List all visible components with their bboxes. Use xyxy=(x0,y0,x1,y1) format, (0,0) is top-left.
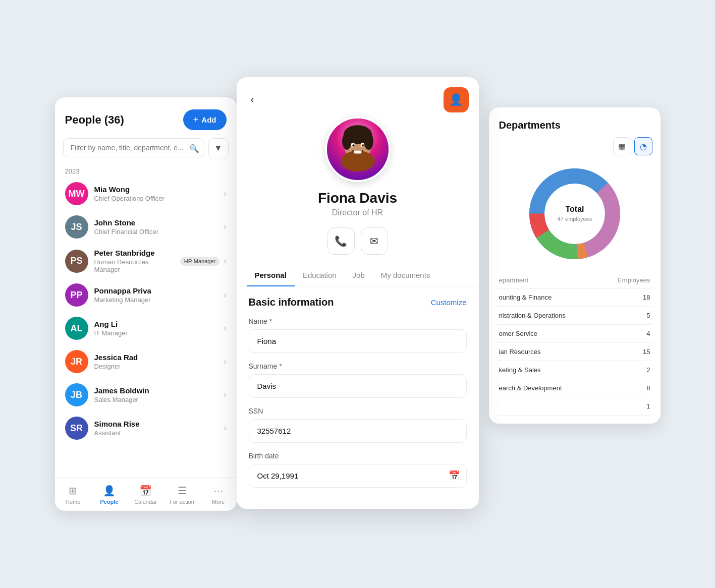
nav-label: People xyxy=(100,499,118,505)
person-name: Mia Wong xyxy=(94,185,218,194)
tab-job[interactable]: Job xyxy=(345,265,373,286)
nav-label: Calendar xyxy=(134,499,157,505)
person-name: James Boldwin xyxy=(94,386,218,395)
field-label: SSN xyxy=(249,407,467,415)
profile-panel: ‹ 👤 xyxy=(237,77,479,509)
phone-button[interactable]: 📞 xyxy=(327,227,355,255)
list-item[interactable]: JB James Boldwin Sales Manager › xyxy=(59,378,233,411)
person-row-right: › xyxy=(224,390,226,399)
chevron-right-icon: › xyxy=(224,424,226,433)
customize-link[interactable]: Customize xyxy=(431,298,467,307)
chart-toggle: ▦ ◔ xyxy=(489,137,661,159)
avatar: MW xyxy=(65,182,88,205)
list-item[interactable]: JR Jessica Rad Designer › xyxy=(59,345,233,378)
back-button[interactable]: ‹ xyxy=(247,91,258,108)
search-row: 🔍 ▼ xyxy=(55,138,237,164)
person-title: Sales Manager xyxy=(94,396,218,403)
add-button[interactable]: + Add xyxy=(183,109,227,130)
table-row: earch & Development 8 xyxy=(497,379,652,397)
table-row: keting & Sales 2 xyxy=(497,361,652,379)
list-item[interactable]: PP Ponnappa Priva Marketing Manager › xyxy=(59,278,233,312)
list-item[interactable]: MW Mia Wong Chief Operations Officer › xyxy=(59,177,233,210)
nav-label: For action xyxy=(170,499,194,505)
svg-point-9 xyxy=(352,144,355,147)
avatar: PS xyxy=(65,250,88,273)
nav-item-more[interactable]: ⋯ More xyxy=(200,483,237,507)
search-input[interactable] xyxy=(63,138,204,157)
svg-point-10 xyxy=(361,144,364,147)
filter-button[interactable]: ▼ xyxy=(208,138,229,158)
svg-text:Total: Total xyxy=(565,205,584,213)
text-input[interactable] xyxy=(249,329,467,353)
person-row-right: HR Manager › xyxy=(180,257,227,266)
person-title: Chief Financial Officer xyxy=(94,228,218,236)
field-group: SSN xyxy=(249,407,467,443)
avatar: JS xyxy=(65,215,88,239)
dept-row-name: omer Service xyxy=(499,330,538,337)
chevron-right-icon: › xyxy=(224,257,226,266)
dept-row-count: 5 xyxy=(646,312,650,319)
svg-text:47 employees: 47 employees xyxy=(557,216,592,222)
nav-icon: 📅 xyxy=(139,485,152,497)
svg-point-18 xyxy=(545,185,604,243)
person-info: Simona Rise Assistant xyxy=(94,420,218,437)
avatar: SR xyxy=(65,417,88,440)
year-label: 2023 xyxy=(55,164,237,177)
nav-item-calendar[interactable]: 📅 Calendar xyxy=(128,483,164,507)
pie-chart-button[interactable]: ◔ xyxy=(634,137,652,155)
date-input[interactable] xyxy=(249,464,467,488)
list-item[interactable]: JS John Stone Chief Financial Officer › xyxy=(59,210,233,244)
table-row: omer Service 4 xyxy=(497,325,652,343)
list-item[interactable]: SR Simona Rise Assistant › xyxy=(59,411,233,445)
dept-row-count: 2 xyxy=(646,366,650,374)
person-name: Peter Stanbridge xyxy=(94,249,174,257)
table-row: ian Resources 15 xyxy=(497,343,652,361)
nav-icon: ⊞ xyxy=(69,485,77,497)
dept-row-name: earch & Development xyxy=(499,384,562,392)
tab-personal[interactable]: Personal xyxy=(247,265,295,286)
nav-item-home[interactable]: ⊞ Home xyxy=(55,483,91,507)
profile-action-icon: 👤 xyxy=(449,93,463,106)
field-label: Surname * xyxy=(249,362,467,370)
dept-row-name: nistration & Operations xyxy=(499,312,566,319)
section-title: Basic information xyxy=(249,297,334,308)
plus-icon: + xyxy=(193,114,199,125)
chevron-right-icon: › xyxy=(224,222,226,231)
person-info: Peter Stanbridge Human Resources Manager xyxy=(94,249,174,273)
avatar: AL xyxy=(65,317,88,340)
text-input[interactable] xyxy=(249,374,467,398)
list-item[interactable]: AL Ang Li IT Manager › xyxy=(59,312,233,345)
person-title: Designer xyxy=(94,363,218,370)
svg-point-6 xyxy=(364,133,373,150)
dept-row-count: 4 xyxy=(646,330,650,337)
people-title: People (36) xyxy=(65,113,124,127)
person-title: Assistant xyxy=(94,429,218,437)
nav-item-for-action[interactable]: ☰ For action xyxy=(164,483,200,507)
person-row-right: › xyxy=(224,424,226,433)
profile-tabs: PersonalEducationJobMy documents xyxy=(237,265,479,286)
dept-row-count: 8 xyxy=(646,384,650,392)
profile-name: Fiona Davis xyxy=(237,190,479,206)
bar-chart-button[interactable]: ▦ xyxy=(613,137,631,155)
person-title: Marketing Manager xyxy=(94,296,218,304)
profile-action-button[interactable]: 👤 xyxy=(444,87,469,112)
text-input[interactable] xyxy=(249,419,467,443)
people-list: MW Mia Wong Chief Operations Officer › J… xyxy=(55,177,237,477)
nav-item-people[interactable]: 👤 People xyxy=(91,483,128,507)
field-label: Birth date xyxy=(249,452,467,460)
dept-row-name: ounting & Finance xyxy=(499,293,552,301)
table-row: ounting & Finance 18 xyxy=(497,288,652,307)
tab-education[interactable]: Education xyxy=(295,265,345,286)
people-panel: People (36) + Add 🔍 ▼ 2023 MW Mia Wong C… xyxy=(55,97,237,511)
person-name: John Stone xyxy=(94,218,218,227)
tab-my-documents[interactable]: My documents xyxy=(373,265,438,286)
chevron-right-icon: › xyxy=(224,290,226,300)
person-row-right: › xyxy=(224,189,226,198)
email-icon: ✉ xyxy=(370,235,378,247)
phone-icon: 📞 xyxy=(335,235,347,247)
list-item[interactable]: PS Peter Stanbridge Human Resources Mana… xyxy=(59,244,233,278)
person-info: Mia Wong Chief Operations Officer xyxy=(94,185,218,202)
email-button[interactable]: ✉ xyxy=(361,227,388,255)
dept-row-count: 1 xyxy=(646,402,650,410)
field-group: Birth date 📅 xyxy=(249,452,467,488)
